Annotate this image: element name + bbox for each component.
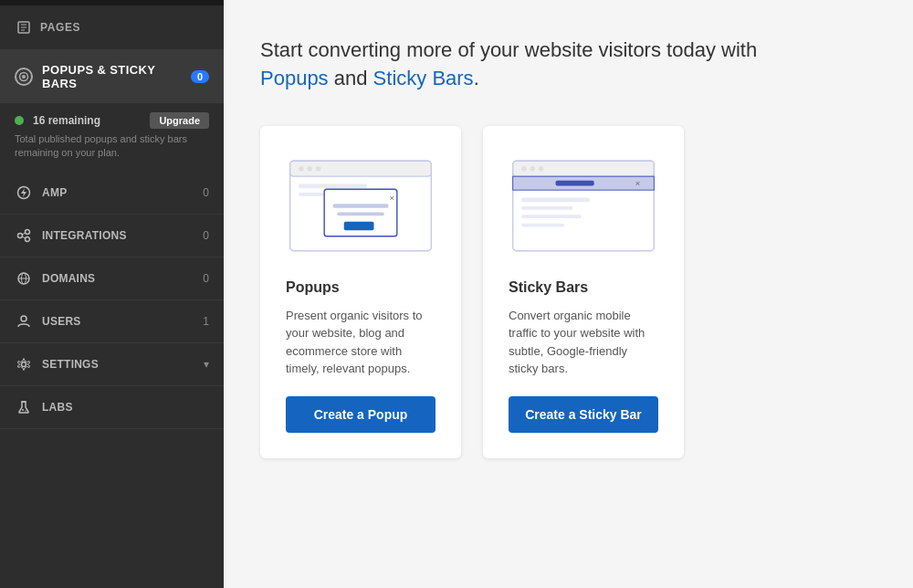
svg-point-5 [22,75,26,79]
popup-card-title: Popups [286,279,436,296]
sidebar-item-pages[interactable]: PAGES [0,5,224,50]
svg-point-19 [22,409,24,411]
amp-count: 0 [194,186,209,199]
create-sticky-bar-button[interactable]: Create a Sticky Bar [509,396,658,433]
create-popup-button[interactable]: Create a Popup [286,396,436,433]
popups-link[interactable]: Popups [260,67,329,89]
domains-icon [15,269,33,288]
popup-card: × Popups Present organic visitors to you… [260,126,461,458]
svg-point-36 [530,166,535,172]
popups-icon [15,68,33,86]
svg-rect-26 [299,184,367,189]
integrations-icon [15,226,33,245]
remaining-text: 16 remaining [33,114,141,127]
headline-and-text: and [334,67,368,89]
svg-rect-42 [521,206,572,210]
integrations-label: INTEGRATIONS [42,229,185,242]
svg-rect-43 [521,215,582,218]
svg-point-10 [26,236,30,241]
remaining-row: 16 remaining Upgrade [0,103,224,132]
period: . [474,67,479,89]
settings-icon [15,355,33,373]
svg-point-23 [299,166,304,172]
sidebar: PAGES POPUPS & STICKY BARS 0 16 remainin… [0,0,224,588]
sidebar-item-settings[interactable]: SETTINGS ▾ [0,343,224,386]
labs-icon [15,398,33,416]
svg-marker-7 [21,188,26,197]
main-content: Start converting more of your website vi… [224,0,913,588]
svg-line-11 [23,233,26,235]
svg-rect-41 [521,198,590,203]
svg-point-37 [539,166,544,172]
users-icon [15,312,33,331]
integrations-count: 0 [194,229,209,242]
svg-rect-39 [556,181,594,186]
svg-text:×: × [635,180,640,189]
settings-arrow: ▾ [204,358,209,371]
popups-badge: 0 [191,70,209,83]
sidebar-item-popups[interactable]: POPUPS & STICKY BARS 0 [0,50,224,103]
svg-rect-32 [344,222,374,230]
sidebar-item-amp[interactable]: AMP 0 [0,172,224,215]
svg-rect-30 [333,204,389,208]
svg-point-20 [25,410,26,411]
popups-section-label: POPUPS & STICKY BARS [42,63,182,90]
svg-point-35 [521,166,527,172]
headline: Start converting more of your website vi… [260,37,876,93]
users-count: 1 [194,315,209,328]
users-label: USERS [42,315,185,328]
pages-icon [15,18,33,37]
svg-point-24 [307,166,312,172]
sticky-bars-link[interactable]: Sticky Bars [373,67,474,89]
svg-line-12 [23,236,26,238]
sidebar-item-labs[interactable]: LABS [0,386,224,429]
upgrade-button[interactable]: Upgrade [150,112,209,129]
settings-label: SETTINGS [42,358,194,371]
sticky-bar-illustration: × [509,152,658,261]
sidebar-item-users[interactable]: USERS 1 [0,300,224,343]
sidebar-item-integrations[interactable]: INTEGRATIONS 0 [0,215,224,257]
domains-count: 0 [194,272,209,285]
pages-label: PAGES [40,21,80,34]
sticky-bar-card: × Sticky Bars Convert organic mobile tra… [483,126,684,458]
svg-point-16 [21,316,26,321]
remaining-description: Total published popups and sticky bars r… [0,132,224,172]
amp-label: AMP [42,186,185,199]
headline-text: Start converting more of your website vi… [260,38,757,61]
amp-icon [15,184,33,202]
cards-row: × Popups Present organic visitors to you… [260,126,876,458]
popup-illustration: × [286,152,436,261]
svg-rect-31 [337,213,384,216]
svg-point-25 [316,166,321,172]
sticky-bar-card-title: Sticky Bars [509,279,658,296]
popup-card-desc: Present organic visitors to your website… [286,307,436,378]
svg-rect-44 [521,224,564,227]
sticky-bar-card-desc: Convert organic mobile traffic to your w… [509,307,658,378]
svg-point-17 [22,362,26,366]
domains-label: DOMAINS [42,272,185,285]
sidebar-item-domains[interactable]: DOMAINS 0 [0,257,224,300]
svg-text:×: × [389,194,394,203]
svg-point-8 [18,233,23,237]
green-dot [15,116,24,125]
labs-label: LABS [42,401,209,414]
svg-point-9 [26,229,30,234]
